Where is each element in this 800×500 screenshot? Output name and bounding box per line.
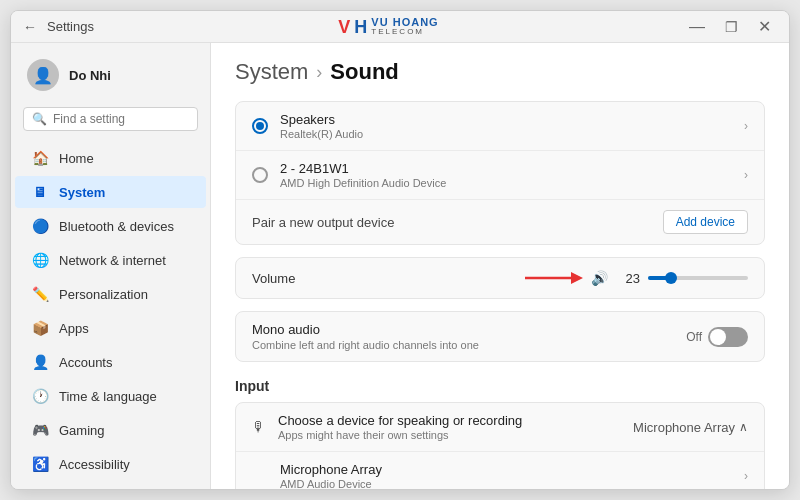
user-name: Do Nhi (69, 68, 111, 83)
add-output-device-label: Pair a new output device (252, 215, 394, 230)
sidebar-item-gaming[interactable]: 🎮 Gaming (15, 414, 206, 446)
device-item-monitor[interactable]: 2 - 24B1W1 AMD High Definition Audio Dev… (236, 151, 764, 200)
output-volume-row: Volume 🔊 23 (236, 258, 764, 298)
svg-marker-1 (571, 272, 583, 284)
sidebar-item-accessibility[interactable]: ♿ Accessibility (15, 448, 206, 480)
output-volume-card: Volume 🔊 23 (235, 257, 765, 299)
chevron-right-icon: › (744, 168, 748, 182)
input-devices-card: 🎙 Choose a device for speaking or record… (235, 402, 765, 489)
time-icon: 🕐 (31, 387, 49, 405)
sidebar: 👤 Do Nhi 🔍 🏠 Home 🖥 System 🔵 Bluetooth &… (11, 43, 211, 489)
back-arrow[interactable]: ← (23, 19, 37, 35)
search-input[interactable] (53, 112, 189, 126)
device-item-speakers[interactable]: Speakers Realtek(R) Audio › (236, 102, 764, 151)
input-choose-device-info: Choose a device for speaking or recordin… (278, 413, 522, 441)
system-icon: 🖥 (31, 183, 49, 201)
speaker-icon: 🔊 (591, 270, 608, 286)
restore-button[interactable]: ❐ (719, 17, 744, 37)
breadcrumb: System › Sound (235, 59, 765, 85)
mono-audio-toggle-state: Off (686, 330, 702, 344)
device-sub-speakers: Realtek(R) Audio (280, 128, 744, 140)
device-sub-monitor: AMD High Definition Audio Device (280, 177, 744, 189)
sidebar-item-label: Personalization (59, 287, 148, 302)
logo-v: V (338, 18, 350, 36)
window-controls: — ❐ ✕ (683, 15, 777, 38)
mono-audio-row: Mono audio Combine left and right audio … (236, 312, 764, 361)
output-volume-slider[interactable] (648, 276, 748, 280)
sidebar-item-personalization[interactable]: ✏️ Personalization (15, 278, 206, 310)
accessibility-icon: ♿ (31, 455, 49, 473)
mono-audio-toggle[interactable] (708, 327, 748, 347)
title-bar: ← Settings V H VU HOANG TELECOM — ❐ ✕ (11, 11, 789, 43)
mono-audio-info: Mono audio Combine left and right audio … (252, 322, 479, 351)
output-slider-track (648, 276, 748, 280)
red-arrow-output (523, 268, 583, 288)
avatar: 👤 (27, 59, 59, 91)
output-slider-thumb[interactable] (665, 272, 677, 284)
input-choose-device-row[interactable]: 🎙 Choose a device for speaking or record… (236, 403, 764, 452)
sidebar-item-label: Apps (59, 321, 89, 336)
breadcrumb-separator: › (316, 62, 322, 83)
sidebar-item-bluetooth[interactable]: 🔵 Bluetooth & devices (15, 210, 206, 242)
chevron-down-icon: ∧ (739, 420, 748, 434)
radio-speakers[interactable] (252, 118, 268, 134)
device-info-mic-array: Microphone Array AMD Audio Device (252, 462, 744, 489)
window-title: Settings (47, 19, 94, 34)
output-volume-label: Volume (252, 271, 322, 286)
sidebar-item-label: Time & language (59, 389, 157, 404)
mic-icon: 🎙 (252, 419, 266, 435)
input-section-heading: Input (235, 378, 765, 394)
output-volume-spacer: 🔊 23 (334, 268, 748, 288)
add-output-device-row: Pair a new output device Add device (236, 200, 764, 244)
settings-window: ← Settings V H VU HOANG TELECOM — ❐ ✕ 👤 … (10, 10, 790, 490)
device-name-monitor: 2 - 24B1W1 (280, 161, 744, 176)
add-output-device-button[interactable]: Add device (663, 210, 748, 234)
sidebar-item-home[interactable]: 🏠 Home (15, 142, 206, 174)
bluetooth-icon: 🔵 (31, 217, 49, 235)
mono-audio-toggle-container: Off (686, 327, 748, 347)
sidebar-item-apps[interactable]: 📦 Apps (15, 312, 206, 344)
logo: V H VU HOANG TELECOM (338, 17, 438, 36)
mono-audio-card: Mono audio Combine left and right audio … (235, 311, 765, 362)
minimize-button[interactable]: — (683, 16, 711, 38)
home-icon: 🏠 (31, 149, 49, 167)
device-info-speakers: Speakers Realtek(R) Audio (280, 112, 744, 140)
network-icon: 🌐 (31, 251, 49, 269)
input-choose-label: Choose a device for speaking or recordin… (278, 413, 522, 428)
sidebar-item-label: Accessibility (59, 457, 130, 472)
toggle-knob (710, 329, 726, 345)
personalization-icon: ✏️ (31, 285, 49, 303)
output-volume-number: 23 (616, 271, 640, 286)
sidebar-item-accounts[interactable]: 👤 Accounts (15, 346, 206, 378)
radio-monitor[interactable] (252, 167, 268, 183)
logo-text: VU HOANG TELECOM (371, 17, 438, 36)
mono-audio-sub: Combine left and right audio channels in… (252, 339, 479, 351)
close-button[interactable]: ✕ (752, 15, 777, 38)
output-devices-card: Speakers Realtek(R) Audio › 2 - 24B1W1 A… (235, 101, 765, 245)
user-section: 👤 Do Nhi (11, 51, 210, 103)
input-choose-device-left: 🎙 Choose a device for speaking or record… (252, 413, 522, 441)
sidebar-item-label: Gaming (59, 423, 105, 438)
device-item-mic-array[interactable]: Microphone Array AMD Audio Device › (236, 452, 764, 489)
logo-sub: TELECOM (371, 28, 438, 36)
device-sub-mic: AMD Audio Device (280, 478, 744, 489)
sidebar-item-privacy[interactable]: 🔒 Privacy & security (15, 482, 206, 489)
breadcrumb-parent[interactable]: System (235, 59, 308, 85)
sidebar-item-time[interactable]: 🕐 Time & language (15, 380, 206, 412)
sidebar-item-network[interactable]: 🌐 Network & internet (15, 244, 206, 276)
sidebar-item-label: Network & internet (59, 253, 166, 268)
search-box[interactable]: 🔍 (23, 107, 198, 131)
device-name-speakers: Speakers (280, 112, 744, 127)
input-choose-sub: Apps might have their own settings (278, 429, 522, 441)
device-info-monitor: 2 - 24B1W1 AMD High Definition Audio Dev… (280, 161, 744, 189)
input-current-device: Microphone Array (633, 420, 735, 435)
sidebar-item-system[interactable]: 🖥 System (15, 176, 206, 208)
chevron-right-icon: › (744, 119, 748, 133)
main-content: System › Sound Speakers Realtek(R) Audio… (211, 43, 789, 489)
gaming-icon: 🎮 (31, 421, 49, 439)
sidebar-item-label: Home (59, 151, 94, 166)
apps-icon: 📦 (31, 319, 49, 337)
sidebar-item-label: System (59, 185, 105, 200)
content-area: 👤 Do Nhi 🔍 🏠 Home 🖥 System 🔵 Bluetooth &… (11, 43, 789, 489)
sidebar-item-label: Accounts (59, 355, 112, 370)
